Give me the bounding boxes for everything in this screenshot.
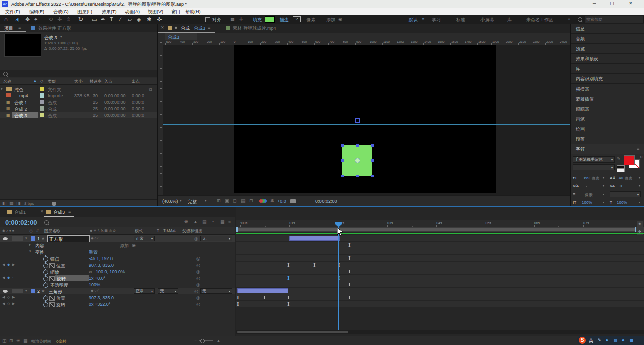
snowflake-cache-icon[interactable]: ✳ [16,338,20,343]
vertical-scale-value[interactable]: 100% [582,200,592,205]
dropdown-icon[interactable]: ▾ [603,176,604,179]
keyframe-icon[interactable]: I [348,269,351,274]
label-color-box[interactable] [12,289,23,293]
comp-name-dropdown-icon[interactable]: ▾ [60,35,62,39]
panel-header-tracker[interactable]: 跟踪器 [571,104,644,114]
lock-icon[interactable]: ■ [175,25,177,30]
prev-keyframe-icon[interactable]: ◀ [2,295,5,299]
table-row[interactable]: ....mp4 Importe... 378 KB 30 0:00:00:00 … [0,92,157,99]
next-keyframe-icon[interactable]: ▶ [12,302,15,306]
label-color-box[interactable] [12,236,23,241]
sogou-logo-icon[interactable]: S [579,337,586,344]
keyframe-icon[interactable]: I [287,295,290,300]
eraser-tool-icon[interactable]: ◈ [137,16,141,23]
frame-blend-icon[interactable]: ◔ [211,219,214,224]
anchor-point[interactable] [355,158,360,163]
type-tool-icon[interactable]: T [110,16,113,22]
ime-toolbox-icon[interactable]: ▦ [630,338,634,342]
home-tool-icon[interactable]: ⌂ [4,16,8,22]
scrollbar-thumb[interactable] [237,331,348,333]
tab-footage[interactable]: 素材 弹弹球成片.mp4 [233,25,276,32]
pickwhip-icon[interactable]: ◎ [196,295,200,300]
graph-include-icon[interactable] [49,276,55,281]
table-row-selected[interactable]: ▦ 合成 3 合成 25 0:00:00:00 0:00:0 [0,112,157,118]
exposure-value[interactable]: +0.0 [277,199,286,204]
property-row-scale[interactable]: 缩放 ∞ 100.0, 100.0% ◎ [0,268,235,275]
resolution-label[interactable]: 完整 [188,199,197,205]
tab-comp-panel-label[interactable]: 合成 [181,25,190,32]
property-name[interactable]: 旋转 [56,302,65,308]
stopwatch-icon[interactable] [43,302,48,307]
rotation-tool-icon[interactable]: ↻ [78,16,83,23]
keyframe-toggle-icon[interactable]: ◆ [7,276,10,280]
bit-depth-label[interactable]: 8 bpc [24,201,34,206]
panel-header-effects-presets[interactable]: 效果和预设 [571,54,644,64]
panel-header-info[interactable]: 信息 [571,24,644,34]
snap-checkbox[interactable] [205,17,210,22]
property-row-contents[interactable]: ▸ 内容 添加: ◉ [0,242,235,248]
keyframe-icon[interactable]: I [287,263,290,267]
label-chip[interactable] [40,100,44,104]
shy-layers-icon[interactable]: ▤ [202,219,207,224]
orbit-tool-icon[interactable]: ⟲ [48,16,53,23]
label-column-icon[interactable]: ◇ [29,228,33,233]
pan-camera-tool-icon[interactable]: ✚ [57,16,62,23]
item-name[interactable]: ....mp4 [14,93,28,98]
project-search-box[interactable] [0,70,157,77]
twirl-closed-icon[interactable]: ▸ [29,243,31,247]
dropdown-icon[interactable]: ▾ [603,192,604,196]
interpret-footage-icon[interactable]: ◧ [2,201,7,206]
pickwhip-icon[interactable]: ◎ [194,236,198,241]
keyframe-toggle-icon[interactable]: ◆ [7,263,10,267]
draft-3d-icon[interactable]: ▲ [193,219,198,224]
graph-editor-icon[interactable]: ≈ [228,219,231,224]
panel-header-audio[interactable]: 音频 [571,34,644,44]
tab-effect-controls[interactable]: 效果控件 正方形 [38,25,71,32]
fill-color-swatch[interactable] [265,16,275,23]
close-button[interactable]: ✕ [629,1,633,6]
new-folder-icon[interactable]: ▦ [9,201,14,206]
stroke-width-box[interactable]: ? [293,16,301,22]
label-chip[interactable] [40,106,44,111]
font-family-dropdown[interactable]: 千图笔锋手写体 ▾ [573,156,615,163]
viewer-timecode[interactable]: 0:00:02:00 [315,199,337,204]
keyframe-icon[interactable]: I [263,295,266,300]
parent-dropdown[interactable]: 无 ▾ [200,288,232,294]
stopwatch-icon[interactable] [43,276,48,281]
keyframe-area[interactable]: IIIIIIIIIIIIIII [236,207,644,336]
workspace-standard[interactable]: 标准 [456,17,465,23]
prev-keyframe-icon[interactable]: ◀ [2,263,5,267]
panel-header-paint[interactable]: 绘画 [571,124,644,134]
snapshot-camera-icon[interactable] [290,199,296,203]
next-keyframe-icon[interactable]: · [12,276,13,279]
property-value[interactable]: 100% [89,282,100,287]
selection-handle[interactable] [371,175,374,177]
stopwatch-icon[interactable] [43,263,48,268]
keyframe-icon[interactable]: I [313,263,316,267]
table-row[interactable]: ▦ 合成 1 合成 25 0:00:00:00 0:00:0 [0,99,157,105]
resolution-dropdown-icon[interactable]: ▾ [205,199,207,203]
keyframe-toggle-icon[interactable]: ◇ [7,295,10,299]
rectangle-tool-icon[interactable]: ▭ [92,16,97,23]
dropdown-icon[interactable]: ▾ [639,184,640,187]
label-chip[interactable] [40,87,44,91]
snap-label[interactable]: 对齐 [212,17,221,23]
character-panel-menu-icon[interactable]: ≡ [637,146,639,151]
channel-rgb-icon[interactable] [259,199,263,203]
expand-layers-icon[interactable]: ⊞ [9,338,13,343]
zoom-tool-icon[interactable]: ⌖ [34,16,37,23]
stopwatch-icon[interactable] [43,270,48,275]
keyframe-icon[interactable]: I [348,243,351,247]
workspace-small-screen[interactable]: 小屏幕 [480,17,494,23]
property-row-transform[interactable]: ▾ 变换 重置 [0,248,235,255]
mask-visibility-icon[interactable]: ▣ [225,198,229,203]
fill-color-swatch[interactable] [624,155,635,165]
keyframe-icon[interactable]: I [348,282,351,287]
trkmat-dropdown[interactable]: 无 ▾ [158,288,178,294]
label-chip[interactable] [40,113,44,117]
stroke-style-dropdown[interactable]: ▾ [610,191,641,197]
workspace-learn[interactable]: 学习 [432,17,441,23]
col-in[interactable]: 入点 [104,79,112,84]
keyframe-toggle-icon[interactable]: ◇ [7,302,10,306]
ime-skin-icon[interactable]: ♣ [622,338,624,342]
